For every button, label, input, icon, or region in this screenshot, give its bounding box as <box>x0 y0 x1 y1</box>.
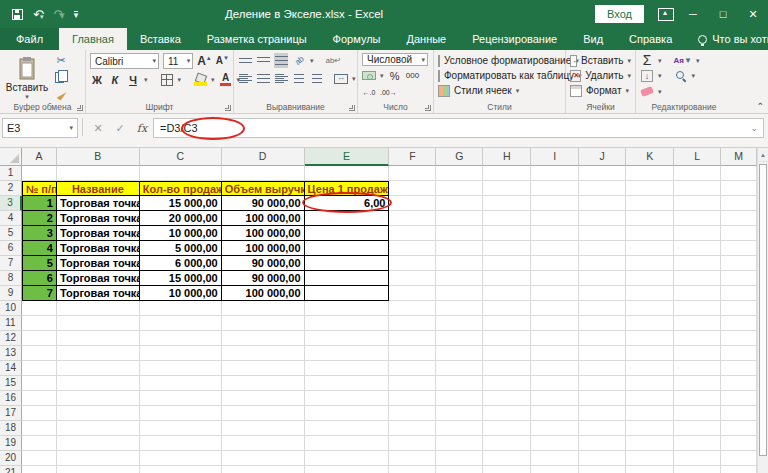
cell-C8[interactable]: 15 000,00 <box>140 271 222 286</box>
cell-M7[interactable] <box>721 256 757 271</box>
cell-J2[interactable] <box>579 181 626 196</box>
cell-A1[interactable] <box>22 166 57 181</box>
cell-K1[interactable] <box>626 166 674 181</box>
format-cells-button[interactable]: Формат ▾ <box>570 83 631 98</box>
cell-M4[interactable] <box>721 211 757 226</box>
cell-J10[interactable] <box>579 301 626 316</box>
cell-H19[interactable] <box>483 436 531 451</box>
cell-A17[interactable] <box>22 406 57 421</box>
cell-M6[interactable] <box>721 241 757 256</box>
cell-F14[interactable] <box>389 361 436 376</box>
cell-D9[interactable]: 100 000,00 <box>222 286 305 301</box>
cell-H20[interactable] <box>483 451 531 466</box>
cell-I7[interactable] <box>531 256 579 271</box>
cell-G6[interactable] <box>436 241 483 256</box>
cell-J11[interactable] <box>579 316 626 331</box>
cell-F8[interactable] <box>389 271 436 286</box>
cell-J5[interactable] <box>579 226 626 241</box>
cell-I10[interactable] <box>531 301 579 316</box>
cell-F4[interactable] <box>389 211 436 226</box>
font-dialog-launcher-icon[interactable] <box>225 105 231 111</box>
cell-C15[interactable] <box>140 376 222 391</box>
cell-B11[interactable] <box>57 316 140 331</box>
cell-H5[interactable] <box>483 226 531 241</box>
cell-G12[interactable] <box>436 331 483 346</box>
sort-filter-button[interactable]: Ая▼ <box>674 53 692 68</box>
cell-K20[interactable] <box>626 451 674 466</box>
decrease-indent-button[interactable] <box>292 71 306 86</box>
cell-E11[interactable] <box>305 316 390 331</box>
cell-K4[interactable] <box>626 211 674 226</box>
name-box[interactable]: E3 ▾ <box>2 118 78 138</box>
cell-E15[interactable] <box>305 376 390 391</box>
column-header-J[interactable]: J <box>579 148 626 166</box>
cell-H6[interactable] <box>483 241 531 256</box>
cell-B4[interactable]: Торговая точка 2 <box>57 211 140 226</box>
row-header-15[interactable]: 15 <box>0 376 22 391</box>
cell-G19[interactable] <box>436 436 483 451</box>
font-name-select[interactable]: Calibri▾ <box>90 53 159 69</box>
cell-K7[interactable] <box>626 256 674 271</box>
cell-C11[interactable] <box>140 316 222 331</box>
row-header-10[interactable]: 10 <box>0 301 22 316</box>
cell-D19[interactable] <box>222 436 305 451</box>
cell-E5[interactable] <box>305 226 390 241</box>
cell-C17[interactable] <box>140 406 222 421</box>
cell-H12[interactable] <box>483 331 531 346</box>
cell-B19[interactable] <box>57 436 140 451</box>
comma-style-button[interactable]: 000 <box>406 68 420 83</box>
cell-K8[interactable] <box>626 271 674 286</box>
cell-L21[interactable] <box>674 466 721 473</box>
cell-E12[interactable] <box>305 331 390 346</box>
cell-J8[interactable] <box>579 271 626 286</box>
save-icon[interactable] <box>12 9 23 20</box>
merge-center-button[interactable] <box>334 71 348 86</box>
cell-L15[interactable] <box>674 376 721 391</box>
cell-M19[interactable] <box>721 436 757 451</box>
scrollbar-thumb[interactable] <box>759 164 767 456</box>
cell-B12[interactable] <box>57 331 140 346</box>
cell-H10[interactable] <box>483 301 531 316</box>
cell-J21[interactable] <box>579 466 626 473</box>
cell-E21[interactable] <box>305 466 390 473</box>
cell-K11[interactable] <box>626 316 674 331</box>
row-header-2[interactable]: 2 <box>0 181 22 196</box>
select-all-corner[interactable] <box>0 148 22 166</box>
cell-D2[interactable]: Объем выручки <box>222 181 305 196</box>
cell-J9[interactable] <box>579 286 626 301</box>
row-header-9[interactable]: 9 <box>0 286 22 301</box>
cell-E7[interactable] <box>305 256 390 271</box>
grow-font-button[interactable]: А▲ <box>197 54 212 68</box>
cell-H3[interactable] <box>483 196 531 211</box>
cell-H1[interactable] <box>483 166 531 181</box>
maximize-button[interactable]: □ <box>708 0 738 28</box>
row-header-21[interactable]: 21 <box>0 466 22 473</box>
cell-C5[interactable]: 10 000,00 <box>140 226 222 241</box>
cell-I2[interactable] <box>531 181 579 196</box>
column-header-G[interactable]: G <box>436 148 483 166</box>
cell-L3[interactable] <box>674 196 721 211</box>
vertical-scrollbar[interactable]: ▲ <box>757 148 768 473</box>
cell-A4[interactable]: 2 <box>22 211 57 226</box>
align-left-button[interactable] <box>238 71 252 86</box>
font-size-select[interactable]: 11▾ <box>163 53 193 69</box>
row-header-7[interactable]: 7 <box>0 256 22 271</box>
cell-D15[interactable] <box>222 376 305 391</box>
cell-G13[interactable] <box>436 346 483 361</box>
cell-J3[interactable] <box>579 196 626 211</box>
cell-H9[interactable] <box>483 286 531 301</box>
tab-вид[interactable]: Вид <box>570 28 616 50</box>
cell-M20[interactable] <box>721 451 757 466</box>
cell-E2[interactable]: Цена 1 продажи <box>305 181 390 196</box>
cell-F6[interactable] <box>389 241 436 256</box>
cell-D1[interactable] <box>222 166 305 181</box>
cell-M1[interactable] <box>721 166 757 181</box>
insert-cells-button[interactable]: Вставить ▾ <box>570 53 631 68</box>
row-header-4[interactable]: 4 <box>0 211 22 226</box>
cell-I1[interactable] <box>531 166 579 181</box>
cell-L17[interactable] <box>674 406 721 421</box>
column-header-L[interactable]: L <box>674 148 721 166</box>
cell-L2[interactable] <box>674 181 721 196</box>
cell-M13[interactable] <box>721 346 757 361</box>
cell-I12[interactable] <box>531 331 579 346</box>
